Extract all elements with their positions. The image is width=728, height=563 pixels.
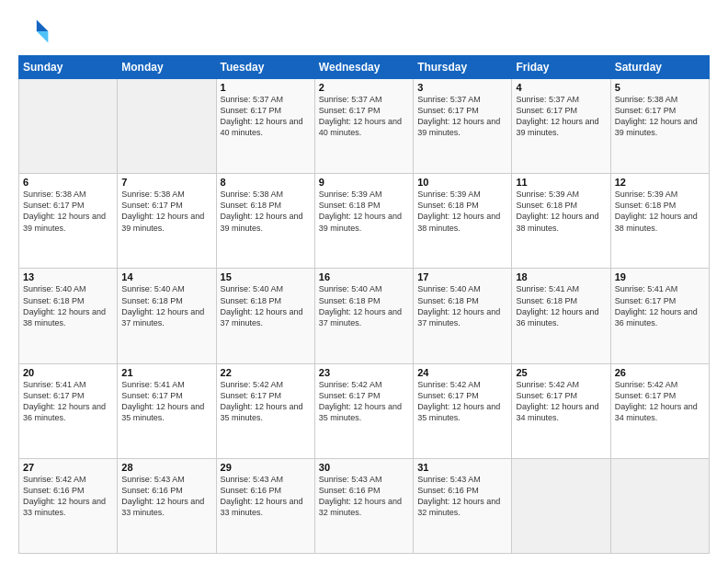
calendar-cell: 16Sunrise: 5:40 AM Sunset: 6:18 PM Dayli… xyxy=(314,269,413,363)
calendar-cell: 7Sunrise: 5:38 AM Sunset: 6:17 PM Daylig… xyxy=(118,174,216,269)
day-info: Sunrise: 5:42 AM Sunset: 6:17 PM Dayligh… xyxy=(417,379,507,424)
calendar-cell: 28Sunrise: 5:43 AM Sunset: 6:16 PM Dayli… xyxy=(118,458,216,553)
day-number: 27 xyxy=(23,462,113,473)
day-info: Sunrise: 5:42 AM Sunset: 6:17 PM Dayligh… xyxy=(516,379,606,424)
calendar-header-friday: Friday xyxy=(512,56,610,79)
calendar-header-saturday: Saturday xyxy=(610,56,709,79)
day-number: 17 xyxy=(417,271,507,282)
calendar-cell: 6Sunrise: 5:38 AM Sunset: 6:17 PM Daylig… xyxy=(19,174,118,269)
calendar-cell: 9Sunrise: 5:39 AM Sunset: 6:18 PM Daylig… xyxy=(314,174,413,269)
day-info: Sunrise: 5:38 AM Sunset: 6:17 PM Dayligh… xyxy=(121,189,211,234)
calendar-cell: 19Sunrise: 5:41 AM Sunset: 6:17 PM Dayli… xyxy=(610,269,709,363)
day-number: 21 xyxy=(121,367,211,378)
logo xyxy=(18,15,55,48)
day-number: 13 xyxy=(23,271,113,282)
day-number: 11 xyxy=(516,177,606,188)
calendar-cell: 10Sunrise: 5:39 AM Sunset: 6:18 PM Dayli… xyxy=(414,174,512,269)
calendar-cell: 12Sunrise: 5:39 AM Sunset: 6:18 PM Dayli… xyxy=(610,174,709,269)
calendar-cell: 29Sunrise: 5:43 AM Sunset: 6:16 PM Dayli… xyxy=(216,458,314,553)
day-info: Sunrise: 5:38 AM Sunset: 6:18 PM Dayligh… xyxy=(221,189,311,234)
day-number: 3 xyxy=(417,82,507,93)
day-info: Sunrise: 5:38 AM Sunset: 6:17 PM Dayligh… xyxy=(23,189,113,234)
calendar-week-3: 13Sunrise: 5:40 AM Sunset: 6:18 PM Dayli… xyxy=(19,269,710,363)
calendar-week-2: 6Sunrise: 5:38 AM Sunset: 6:17 PM Daylig… xyxy=(19,174,710,269)
calendar-table: SundayMondayTuesdayWednesdayThursdayFrid… xyxy=(18,55,710,554)
day-number: 29 xyxy=(221,462,311,473)
day-number: 7 xyxy=(121,177,211,188)
calendar-header-wednesday: Wednesday xyxy=(314,56,413,79)
calendar-cell: 22Sunrise: 5:42 AM Sunset: 6:17 PM Dayli… xyxy=(216,363,314,458)
day-info: Sunrise: 5:42 AM Sunset: 6:17 PM Dayligh… xyxy=(221,379,311,424)
day-info: Sunrise: 5:37 AM Sunset: 6:17 PM Dayligh… xyxy=(319,94,409,139)
calendar-cell: 27Sunrise: 5:42 AM Sunset: 6:16 PM Dayli… xyxy=(19,458,118,553)
day-info: Sunrise: 5:37 AM Sunset: 6:17 PM Dayligh… xyxy=(516,94,606,139)
calendar-cell: 21Sunrise: 5:41 AM Sunset: 6:17 PM Dayli… xyxy=(118,363,216,458)
calendar-header-monday: Monday xyxy=(118,56,216,79)
day-number: 23 xyxy=(319,367,409,378)
calendar-cell: 18Sunrise: 5:41 AM Sunset: 6:18 PM Dayli… xyxy=(512,269,610,363)
calendar-header-tuesday: Tuesday xyxy=(216,56,314,79)
day-number: 22 xyxy=(221,367,311,378)
calendar-header-thursday: Thursday xyxy=(414,56,512,79)
day-number: 25 xyxy=(516,367,606,378)
logo-icon xyxy=(18,15,51,48)
calendar-cell: 30Sunrise: 5:43 AM Sunset: 6:16 PM Dayli… xyxy=(314,458,413,553)
day-info: Sunrise: 5:43 AM Sunset: 6:16 PM Dayligh… xyxy=(319,474,409,519)
calendar-cell xyxy=(19,79,118,174)
calendar-cell: 31Sunrise: 5:43 AM Sunset: 6:16 PM Dayli… xyxy=(414,458,512,553)
page: SundayMondayTuesdayWednesdayThursdayFrid… xyxy=(0,0,728,563)
day-number: 18 xyxy=(516,271,606,282)
day-number: 24 xyxy=(417,367,507,378)
calendar-week-5: 27Sunrise: 5:42 AM Sunset: 6:16 PM Dayli… xyxy=(19,458,710,553)
calendar-cell: 20Sunrise: 5:41 AM Sunset: 6:17 PM Dayli… xyxy=(19,363,118,458)
day-info: Sunrise: 5:40 AM Sunset: 6:18 PM Dayligh… xyxy=(221,283,311,328)
day-info: Sunrise: 5:39 AM Sunset: 6:18 PM Dayligh… xyxy=(516,189,606,234)
day-number: 16 xyxy=(319,271,409,282)
day-number: 9 xyxy=(319,177,409,188)
day-info: Sunrise: 5:37 AM Sunset: 6:17 PM Dayligh… xyxy=(221,94,311,139)
calendar-cell: 15Sunrise: 5:40 AM Sunset: 6:18 PM Dayli… xyxy=(216,269,314,363)
day-number: 5 xyxy=(615,82,705,93)
day-info: Sunrise: 5:39 AM Sunset: 6:18 PM Dayligh… xyxy=(417,189,507,234)
day-info: Sunrise: 5:40 AM Sunset: 6:18 PM Dayligh… xyxy=(121,283,211,328)
calendar-cell: 4Sunrise: 5:37 AM Sunset: 6:17 PM Daylig… xyxy=(512,79,610,174)
day-info: Sunrise: 5:41 AM Sunset: 6:18 PM Dayligh… xyxy=(516,283,606,328)
day-number: 28 xyxy=(121,462,211,473)
svg-marker-1 xyxy=(37,31,49,43)
day-number: 10 xyxy=(417,177,507,188)
calendar-cell xyxy=(118,79,216,174)
day-info: Sunrise: 5:40 AM Sunset: 6:18 PM Dayligh… xyxy=(417,283,507,328)
calendar-cell: 2Sunrise: 5:37 AM Sunset: 6:17 PM Daylig… xyxy=(314,79,413,174)
calendar-cell: 24Sunrise: 5:42 AM Sunset: 6:17 PM Dayli… xyxy=(414,363,512,458)
day-info: Sunrise: 5:41 AM Sunset: 6:17 PM Dayligh… xyxy=(23,379,113,424)
calendar-cell: 5Sunrise: 5:38 AM Sunset: 6:17 PM Daylig… xyxy=(610,79,709,174)
calendar-cell: 11Sunrise: 5:39 AM Sunset: 6:18 PM Dayli… xyxy=(512,174,610,269)
calendar-header-sunday: Sunday xyxy=(19,56,118,79)
day-info: Sunrise: 5:41 AM Sunset: 6:17 PM Dayligh… xyxy=(121,379,211,424)
day-info: Sunrise: 5:42 AM Sunset: 6:17 PM Dayligh… xyxy=(319,379,409,424)
calendar-cell: 8Sunrise: 5:38 AM Sunset: 6:18 PM Daylig… xyxy=(216,174,314,269)
day-info: Sunrise: 5:37 AM Sunset: 6:17 PM Dayligh… xyxy=(417,94,507,139)
calendar-cell: 26Sunrise: 5:42 AM Sunset: 6:17 PM Dayli… xyxy=(610,363,709,458)
calendar-header-row: SundayMondayTuesdayWednesdayThursdayFrid… xyxy=(19,56,710,79)
day-info: Sunrise: 5:42 AM Sunset: 6:16 PM Dayligh… xyxy=(23,474,113,519)
calendar-week-4: 20Sunrise: 5:41 AM Sunset: 6:17 PM Dayli… xyxy=(19,363,710,458)
calendar-cell xyxy=(610,458,709,553)
header xyxy=(18,15,710,48)
day-info: Sunrise: 5:39 AM Sunset: 6:18 PM Dayligh… xyxy=(319,189,409,234)
day-info: Sunrise: 5:40 AM Sunset: 6:18 PM Dayligh… xyxy=(23,283,113,328)
day-number: 4 xyxy=(516,82,606,93)
day-number: 8 xyxy=(221,177,311,188)
day-info: Sunrise: 5:38 AM Sunset: 6:17 PM Dayligh… xyxy=(615,94,705,139)
calendar-cell: 13Sunrise: 5:40 AM Sunset: 6:18 PM Dayli… xyxy=(19,269,118,363)
day-info: Sunrise: 5:43 AM Sunset: 6:16 PM Dayligh… xyxy=(417,474,507,519)
day-info: Sunrise: 5:41 AM Sunset: 6:17 PM Dayligh… xyxy=(615,283,705,328)
calendar-cell xyxy=(512,458,610,553)
day-number: 20 xyxy=(23,367,113,378)
calendar-cell: 3Sunrise: 5:37 AM Sunset: 6:17 PM Daylig… xyxy=(414,79,512,174)
day-number: 15 xyxy=(221,271,311,282)
day-number: 26 xyxy=(615,367,705,378)
day-info: Sunrise: 5:43 AM Sunset: 6:16 PM Dayligh… xyxy=(221,474,311,519)
day-number: 1 xyxy=(221,82,311,93)
day-info: Sunrise: 5:39 AM Sunset: 6:18 PM Dayligh… xyxy=(615,189,705,234)
